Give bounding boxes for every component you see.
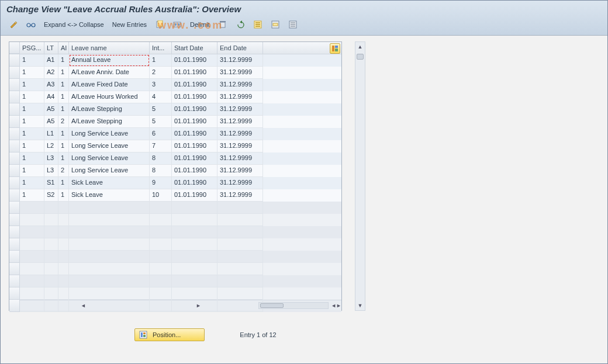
row-selector[interactable] — [9, 67, 20, 79]
cell-end[interactable]: 31.12.9999 — [217, 54, 263, 67]
row-selector[interactable] — [9, 79, 20, 91]
cell-leave-name[interactable]: A/Leave Fixed Date — [69, 79, 150, 91]
cell-start[interactable]: 01.01.1990 — [172, 140, 217, 152]
table-row[interactable]: 1A31A/Leave Fixed Date301.01.199031.12.9… — [9, 79, 341, 91]
row-selector[interactable] — [9, 103, 20, 116]
cell-leave-name[interactable]: Sick Leave — [69, 189, 150, 202]
cell-leave-name[interactable]: Long Service Leave — [69, 140, 150, 152]
cell-end[interactable]: 31.12.9999 — [217, 189, 263, 202]
cell-lt[interactable]: L3 — [44, 165, 58, 177]
cell-leave-name[interactable]: A/Leave Stepping — [69, 103, 150, 116]
h-scroll-thumb[interactable] — [260, 303, 284, 308]
cell-ai[interactable]: 2 — [58, 165, 69, 177]
cell-psg[interactable]: 1 — [20, 79, 44, 91]
cell-ai[interactable]: 1 — [58, 152, 69, 165]
cell-lt[interactable]: S1 — [44, 177, 58, 189]
cell-psg[interactable]: 1 — [20, 165, 44, 177]
cell-ai[interactable]: 1 — [58, 91, 69, 103]
cell-int[interactable]: 2 — [150, 67, 172, 79]
cell-psg[interactable]: 1 — [20, 54, 44, 67]
v-scroll-thumb[interactable] — [357, 54, 364, 60]
table-row[interactable]: 1L32Long Service Leave801.01.199031.12.9… — [9, 165, 341, 177]
position-button[interactable]: Position... — [134, 328, 205, 341]
cell-start[interactable]: 01.01.1990 — [172, 91, 217, 103]
cell-int[interactable]: 8 — [150, 152, 172, 165]
cell-end[interactable]: 31.12.9999 — [217, 116, 263, 128]
table-row[interactable]: 1L11Long Service Leave601.01.199031.12.9… — [9, 128, 341, 140]
column-leave-name[interactable]: Leave name — [69, 42, 150, 54]
row-selector[interactable] — [9, 140, 20, 152]
cell-lt[interactable]: A1 — [44, 54, 58, 67]
cell-int[interactable]: 9 — [150, 177, 172, 189]
cell-ai[interactable]: 1 — [58, 103, 69, 116]
scroll-down-icon[interactable]: ▼ — [355, 301, 365, 310]
cell-psg[interactable]: 1 — [20, 91, 44, 103]
cell-leave-name[interactable]: Annual Leave — [69, 54, 150, 67]
cell-int[interactable]: 7 — [150, 140, 172, 152]
table-row[interactable]: 1A11Annual Leave101.01.199031.12.9999 — [9, 54, 341, 67]
cell-start[interactable]: 01.01.1990 — [172, 152, 217, 165]
cell-ai[interactable]: 1 — [58, 54, 69, 67]
row-selector[interactable] — [9, 177, 20, 189]
select-block-icon[interactable] — [268, 19, 282, 30]
cell-ai[interactable]: 1 — [58, 79, 69, 91]
v-scroll-track[interactable] — [355, 51, 365, 301]
column-psg[interactable]: PSG... — [20, 42, 44, 54]
cell-int[interactable]: 3 — [150, 79, 172, 91]
cell-lt[interactable]: A4 — [44, 91, 58, 103]
cell-end[interactable]: 31.12.9999 — [217, 128, 263, 140]
scroll-right-icon[interactable]: ► — [141, 301, 256, 310]
delimit-button[interactable]: Delimit — [188, 19, 212, 30]
cell-psg[interactable]: 1 — [20, 103, 44, 116]
cell-psg[interactable]: 1 — [20, 128, 44, 140]
scroll-left2-icon[interactable]: ◄ — [331, 301, 336, 310]
table-row[interactable]: 1S11Sick Leave901.01.199031.12.9999 — [9, 177, 341, 189]
cell-end[interactable]: 31.12.9999 — [217, 165, 263, 177]
cell-int[interactable]: 4 — [150, 91, 172, 103]
cell-leave-name[interactable]: A/Leave Hours Worked — [69, 91, 150, 103]
row-selector[interactable] — [9, 54, 20, 67]
cell-end[interactable]: 31.12.9999 — [217, 177, 263, 189]
glasses-icon[interactable] — [24, 19, 38, 30]
cell-leave-name[interactable]: A/Leave Stepping — [69, 116, 150, 128]
cell-lt[interactable]: A5 — [44, 116, 58, 128]
expand-collapse-button[interactable]: Expand <-> Collapse — [42, 19, 106, 30]
column-lt[interactable]: LT — [44, 42, 58, 54]
cell-psg[interactable]: 1 — [20, 189, 44, 202]
cell-start[interactable]: 01.01.1990 — [172, 103, 217, 116]
row-selector[interactable] — [9, 189, 20, 202]
row-selector[interactable] — [9, 91, 20, 103]
cell-ai[interactable]: 2 — [58, 116, 69, 128]
scroll-right2-icon[interactable]: ► — [336, 301, 341, 310]
cell-psg[interactable]: 1 — [20, 116, 44, 128]
cell-int[interactable]: 5 — [150, 116, 172, 128]
scroll-left-icon[interactable]: ◄ — [26, 301, 141, 310]
cell-leave-name[interactable]: Sick Leave — [69, 177, 150, 189]
cell-leave-name[interactable]: A/Leave Anniv. Date — [69, 67, 150, 79]
cell-int[interactable]: 8 — [150, 165, 172, 177]
cell-start[interactable]: 01.01.1990 — [172, 189, 217, 202]
row-selector[interactable] — [9, 128, 20, 140]
table-row[interactable]: 1L21Long Service Leave701.01.199031.12.9… — [9, 140, 341, 152]
column-rowselect[interactable] — [9, 42, 20, 54]
cell-leave-name[interactable]: Long Service Leave — [69, 152, 150, 165]
cell-lt[interactable]: A5 — [44, 103, 58, 116]
cell-end[interactable]: 31.12.9999 — [217, 140, 263, 152]
table-row[interactable]: 1S21Sick Leave1001.01.199031.12.9999 — [9, 189, 341, 202]
horizontal-scrollbar[interactable]: ◄ ► ◄ ► — [9, 300, 341, 310]
cell-int[interactable]: 5 — [150, 103, 172, 116]
cell-psg[interactable]: 1 — [20, 140, 44, 152]
row-selector[interactable] — [9, 165, 20, 177]
cell-lt[interactable]: L2 — [44, 140, 58, 152]
cell-start[interactable]: 01.01.1990 — [172, 67, 217, 79]
copy-icon[interactable] — [153, 19, 167, 30]
cell-int[interactable]: 6 — [150, 128, 172, 140]
cell-ai[interactable]: 1 — [58, 189, 69, 202]
cell-lt[interactable]: S2 — [44, 189, 58, 202]
undo-icon[interactable] — [233, 19, 247, 30]
cell-lt[interactable]: A3 — [44, 79, 58, 91]
scroll-up-icon[interactable]: ▲ — [355, 42, 365, 51]
cell-ai[interactable]: 1 — [58, 128, 69, 140]
cell-psg[interactable]: 1 — [20, 67, 44, 79]
select-all-icon[interactable] — [251, 19, 265, 30]
